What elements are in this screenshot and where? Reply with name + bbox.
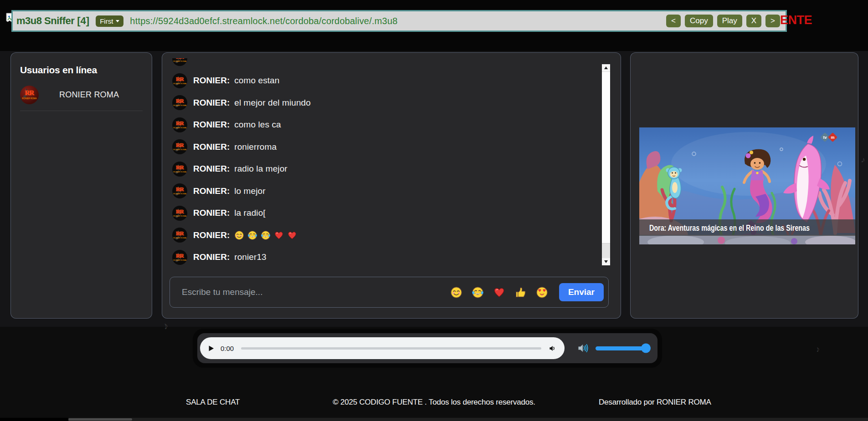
message-text: como les ca: [234, 120, 281, 130]
nav-next-button[interactable]: >: [765, 15, 780, 27]
chat-message-partial: ♪RRRONIER ROMA: [172, 58, 598, 66]
media-thumbnail[interactable]: Dora: Aventuras mágicas en el Reino de l…: [639, 127, 855, 244]
seek-bar[interactable]: [241, 347, 541, 350]
media-panel: Dora: Aventuras mágicas en el Reino de l…: [630, 52, 858, 319]
joy-emoji-button[interactable]: [472, 286, 484, 299]
chat-message: ♪RRRONIER ROMA RONIER: lo mejor: [172, 183, 598, 198]
source-select-value: First: [100, 17, 113, 25]
chat-message: ♪RRRONIER ROMA RONIER: como estan: [172, 73, 598, 88]
mute-button[interactable]: [549, 344, 557, 353]
message-text: el mejor del miundo: [234, 98, 311, 108]
footer: SALA DE CHAT © 2025 CODIGO FUENTE . Todo…: [0, 391, 868, 414]
footer-left-text: SALA DE CHAT: [186, 398, 240, 407]
scrollbar-thumb[interactable]: [602, 71, 610, 243]
thumbs-up-emoji-button[interactable]: [514, 286, 527, 299]
stream-url-field[interactable]: [129, 15, 666, 27]
user-avatar: ♪RRRONIER ROMA: [172, 162, 187, 177]
user-avatar: ♪RRRONIER ROMA: [20, 86, 39, 104]
audio-player-inner: 0:00: [197, 333, 657, 363]
source-select[interactable]: First: [96, 15, 123, 27]
message-username: RONIER:: [193, 186, 230, 196]
copy-button[interactable]: Copy: [685, 15, 713, 27]
svg-text:m: m: [831, 135, 834, 140]
chat-scrollbar[interactable]: [602, 64, 610, 265]
user-avatar: ♪RRRONIER ROMA: [172, 117, 187, 132]
speaker-icon: [577, 342, 589, 354]
joy-emoji: [261, 230, 271, 240]
user-avatar: ♪RRRONIER ROMA: [172, 183, 187, 198]
heart-emoji: [274, 230, 284, 240]
joy-emoji: [247, 230, 257, 240]
audio-controls: 0:00: [200, 337, 565, 359]
media-caption: Dora: Aventuras mágicas en el Reino de l…: [649, 223, 810, 233]
send-button[interactable]: Enviar: [559, 283, 604, 301]
heart-emoji-button[interactable]: [493, 286, 505, 299]
play-stream-button[interactable]: Play: [717, 15, 742, 27]
nav-prev-button[interactable]: <: [666, 15, 681, 27]
message-username: RONIER:: [193, 208, 230, 218]
m3u8-sniffer-bar: m3u8 Sniffer [4] First < Copy Play X >: [11, 10, 787, 32]
sniffer-title: m3u8 Sniffer: [16, 15, 74, 27]
user-avatar: ♪RRRONIER ROMA: [172, 228, 187, 243]
chat-messages-list: ♪RRRONIER ROMA ♪RRRONIER ROMA RONIER: co…: [162, 58, 598, 272]
message-input-bar: Enviar: [169, 277, 609, 308]
bottom-scrollbar[interactable]: [0, 418, 868, 421]
music-note-icon: ♪: [815, 345, 821, 354]
bottom-scrollbar-thumb[interactable]: [68, 418, 132, 421]
footer-copyright: © 2025 CODIGO FUENTE . Todos los derecho…: [333, 398, 535, 407]
play-button[interactable]: [207, 345, 215, 352]
sniffer-count-badge: [4]: [77, 15, 89, 27]
user-name: RONIER ROMA: [59, 90, 119, 100]
time-display: 0:00: [221, 345, 234, 352]
scroll-down-button[interactable]: [602, 258, 610, 265]
scroll-up-button[interactable]: [602, 64, 610, 71]
chat-message: ♪RRRONIER ROMA RONIER: ronierroma: [172, 139, 598, 154]
chat-panel: ♪RRRONIER ROMA ♪RRRONIER ROMA RONIER: co…: [162, 52, 621, 319]
chat-message: ♪RRRONIER ROMA RONIER: radio la mejor: [172, 162, 598, 177]
message-username: RONIER:: [193, 252, 230, 262]
bottom-scrollbar-corner: [0, 418, 68, 421]
chat-message: ♪RRRONIER ROMA RONIER: ronier13: [172, 250, 598, 265]
footer-credit: Desarrollado por RONIER ROMA: [599, 398, 711, 407]
heart-emoji: [287, 230, 297, 240]
message-username: RONIER:: [193, 120, 230, 130]
user-avatar: ♪RRRONIER ROMA: [172, 206, 187, 221]
chat-app-page: ♪♪♪♫♫♪♪♪♪♪♪♪♪♪ m3u8 Sniffer [4] First < …: [0, 0, 868, 421]
dora-artwork: Dora: Aventuras mágicas en el Reino de l…: [639, 127, 855, 244]
message-text: como estan: [234, 76, 279, 86]
smile-emoji: [234, 230, 244, 240]
volume-slider[interactable]: [596, 346, 649, 350]
close-button[interactable]: X: [746, 15, 761, 27]
message-text: lo mejor: [234, 186, 265, 196]
message-text: ronier13: [234, 252, 267, 262]
message-text: la radio[: [234, 208, 266, 218]
online-users-title: Usuarios en línea: [20, 65, 143, 76]
online-users-panel: Usuarios en línea ♪RRRONIER ROMA RONIER …: [10, 52, 152, 319]
user-avatar: ♪RRRONIER ROMA: [172, 73, 187, 88]
volume-thumb[interactable]: [641, 344, 651, 353]
chat-message: ♪RRRONIER ROMA RONIER: la radio[: [172, 206, 598, 221]
message-username: RONIER:: [193, 98, 230, 108]
chat-message: ♪RRRONIER ROMA RONIER: el mejor del miun…: [172, 95, 598, 110]
chevron-down-icon: [116, 20, 119, 22]
user-list-item[interactable]: ♪RRRONIER ROMA RONIER ROMA: [20, 86, 143, 111]
user-avatar: ♪RRRONIER ROMA: [172, 250, 187, 265]
message-input[interactable]: [181, 287, 441, 298]
message-username: RONIER:: [193, 76, 230, 86]
message-text: ronierroma: [234, 142, 277, 152]
svg-text:tv: tv: [823, 135, 827, 140]
message-username: RONIER:: [193, 230, 230, 240]
chat-message: ♪RRRONIER ROMA RONIER: como les ca: [172, 117, 598, 132]
smile-emoji-button[interactable]: [450, 286, 462, 299]
clipped-header-text: ENTE: [780, 13, 812, 27]
user-avatar: ♪RRRONIER ROMA: [172, 58, 187, 66]
user-avatar: ♪RRRONIER ROMA: [172, 139, 187, 154]
audio-player: 0:00: [193, 329, 662, 368]
user-avatar: ♪RRRONIER ROMA: [172, 95, 187, 110]
heart-eyes-emoji-button[interactable]: [536, 286, 548, 299]
message-username: RONIER:: [193, 164, 230, 174]
message-text: radio la mejor: [234, 164, 288, 174]
message-username: RONIER:: [193, 142, 230, 152]
chat-message-emojis: ♪RRRONIER ROMA RONIER:: [172, 228, 598, 243]
scrollbar-track[interactable]: [602, 243, 610, 258]
